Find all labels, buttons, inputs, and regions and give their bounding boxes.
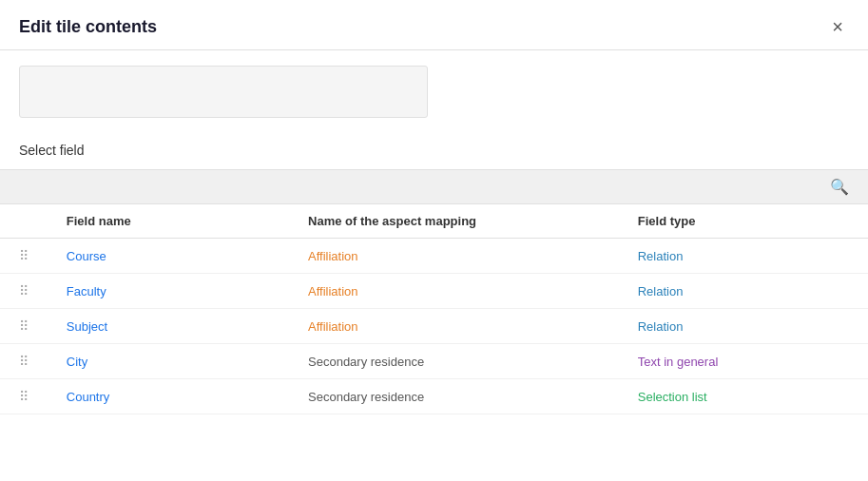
modal-header: Edit tile contents × bbox=[0, 0, 868, 50]
aspect-mapping-value: Affiliation bbox=[308, 284, 358, 298]
preview-box bbox=[19, 66, 428, 118]
search-icon[interactable]: 🔍 bbox=[830, 178, 849, 196]
modal-title: Edit tile contents bbox=[19, 17, 157, 37]
table-row[interactable]: ⠿CitySecondary residenceText in general bbox=[0, 344, 868, 379]
aspect-mapping-value: Secondary residence bbox=[308, 390, 424, 404]
drag-handle-icon[interactable]: ⠿ bbox=[11, 318, 36, 334]
table-header-row: Field name Name of the aspect mapping Fi… bbox=[0, 204, 868, 239]
table-container: Field name Name of the aspect mapping Fi… bbox=[0, 204, 868, 481]
table-row[interactable]: ⠿CountrySecondary residenceSelection lis… bbox=[0, 379, 868, 414]
aspect-mapping-value: Secondary residence bbox=[308, 355, 424, 369]
table-row[interactable]: ⠿CourseAffiliationRelation bbox=[0, 239, 868, 274]
close-button[interactable]: × bbox=[826, 15, 849, 38]
fields-table: Field name Name of the aspect mapping Fi… bbox=[0, 204, 868, 414]
drag-handle-icon[interactable]: ⠿ bbox=[11, 354, 36, 369]
drag-handle-icon[interactable]: ⠿ bbox=[11, 248, 36, 263]
table-row[interactable]: ⠿SubjectAffiliationRelation bbox=[0, 309, 868, 344]
field-name-link[interactable]: City bbox=[67, 355, 87, 369]
field-name-link[interactable]: Faculty bbox=[67, 284, 106, 298]
field-type-value: Relation bbox=[638, 319, 684, 334]
field-type-header: Field type bbox=[627, 204, 868, 239]
field-type-value: Selection list bbox=[638, 390, 707, 404]
field-name-link[interactable]: Course bbox=[67, 249, 106, 263]
select-field-label: Select field bbox=[0, 133, 868, 169]
edit-tile-modal: Edit tile contents × Select field 🔍 Fiel… bbox=[0, 0, 868, 481]
drag-handle-icon[interactable]: ⠿ bbox=[11, 283, 36, 298]
aspect-mapping-header: Name of the aspect mapping bbox=[297, 204, 627, 239]
aspect-mapping-value: Affiliation bbox=[308, 319, 358, 334]
preview-area bbox=[0, 50, 868, 133]
field-name-header: Field name bbox=[55, 204, 297, 239]
drag-col-header bbox=[0, 204, 55, 239]
drag-handle-icon[interactable]: ⠿ bbox=[11, 389, 36, 404]
modal-body: Select field 🔍 Field name Name of the as… bbox=[0, 50, 868, 481]
field-name-link[interactable]: Subject bbox=[67, 319, 107, 334]
field-type-value: Text in general bbox=[638, 355, 719, 369]
search-bar: 🔍 bbox=[0, 169, 868, 204]
field-type-value: Relation bbox=[638, 249, 684, 263]
table-body: ⠿CourseAffiliationRelation⠿FacultyAffili… bbox=[0, 239, 868, 414]
table-row[interactable]: ⠿FacultyAffiliationRelation bbox=[0, 274, 868, 309]
field-type-value: Relation bbox=[638, 284, 684, 298]
field-name-link[interactable]: Country bbox=[67, 390, 110, 404]
aspect-mapping-value: Affiliation bbox=[308, 249, 358, 263]
